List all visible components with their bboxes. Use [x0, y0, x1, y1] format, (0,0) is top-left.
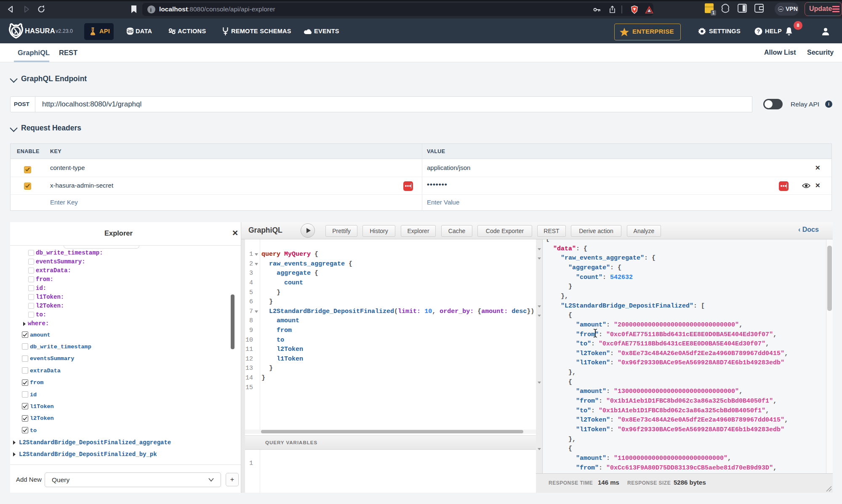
svg-text:?: ?	[757, 29, 760, 34]
